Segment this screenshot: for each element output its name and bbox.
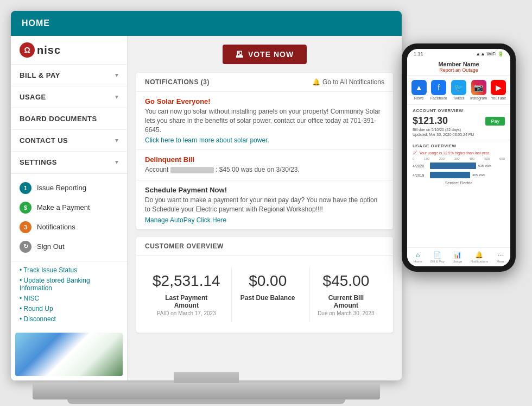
sidebar-image	[15, 333, 123, 376]
notifications-card: NOTIFICATIONS (3) 🔔 Go to All Notificati…	[136, 73, 393, 229]
step-issue-reporting[interactable]: 1 Issue Reporting	[11, 178, 127, 198]
notif-prefix-delinquent: Account	[145, 166, 168, 173]
stat-current-bill: $45.00 Current Bill Amount Due on March …	[309, 267, 382, 322]
phone-member-name: Member Name	[409, 61, 508, 67]
last-payment-amount: $2,531.14	[153, 272, 220, 290]
phone-time: 1:11	[414, 51, 423, 57]
phone-icon-instagram[interactable]: 📷 Instagram	[470, 80, 487, 100]
desktop-stand	[33, 383, 380, 399]
sidebar-steps: 1 Issue Reporting $ Make a Payment 3 Not…	[11, 174, 127, 261]
phone-service-label: Service: Electric	[413, 181, 505, 185]
chart-x-labels: 0 100 200 300 400 500 600	[413, 157, 505, 160]
phone-nav-usage[interactable]: 📊 Usage	[453, 251, 462, 263]
step-label-notifications: Notifications	[37, 223, 75, 231]
nav-item-bill-pay[interactable]: BILL & PAY ▾	[11, 65, 127, 86]
vote-btn-row: 🗳 VOTE NOW	[136, 45, 393, 64]
phone-updated-info: Updated: Mar 30, 2020 03:05:24 PM	[413, 133, 505, 136]
chart-bar-2019: 4/2019 465 kWh	[413, 172, 505, 178]
news-label: News	[414, 96, 424, 100]
nisc-logo: Ω nisc	[20, 42, 61, 58]
step-label-sign-out: Sign Out	[37, 242, 65, 251]
phone-nav-home[interactable]: ⌂ Home	[414, 251, 422, 263]
notif-body-solar: You can now go solar without installing …	[145, 107, 384, 134]
phone-report-outage-link[interactable]: Report an Outage	[409, 67, 508, 73]
notif-title-delinquent: Delinquent Bill	[145, 155, 384, 164]
bell-icon: 🔔	[312, 78, 320, 86]
nisc-logo-icon: Ω	[20, 42, 35, 58]
link-disconnect[interactable]: Disconnect	[20, 315, 118, 323]
vote-label: VOTE NOW	[248, 50, 294, 59]
nav-item-board-docs[interactable]: BOARD DOCUMENTS	[11, 108, 127, 130]
phone-account-amount-row: $121.30 Pay	[413, 115, 505, 127]
phone-icon-youtube[interactable]: ▶ YouTube	[491, 80, 506, 100]
current-bill-label: Current Bill Amount	[315, 294, 377, 309]
phone-nav-bill-label: Bill & Pay	[430, 260, 445, 263]
page-title: HOME	[22, 18, 50, 28]
phone-account-amount-value: $121.30	[413, 115, 448, 127]
phone-nav-bill-pay[interactable]: 📄 Bill & Pay	[430, 251, 445, 263]
phone-account-overview: ACCOUNT OVERVIEW $121.30 Pay Bill due on…	[407, 105, 510, 140]
phone-icon-facebook[interactable]: f Facebook	[430, 80, 447, 100]
phone-nav-more[interactable]: ··· More	[497, 251, 504, 263]
nav-item-settings[interactable]: SETTINGS ▾	[11, 152, 127, 173]
phone-nav-home-icon: ⌂	[416, 251, 420, 259]
link-nisc[interactable]: NISC	[20, 295, 118, 302]
go-to-all-notifications-link[interactable]: 🔔 Go to All Notifications	[312, 78, 384, 86]
main-layout: Ω nisc BILL & PAY ▾ USAGE ▾ BOARD DOCUME…	[11, 36, 402, 380]
chart-label-100: 100	[424, 157, 429, 160]
phone-nav-bill-icon: 📄	[433, 251, 441, 259]
current-bill-sublabel: Due on March 30, 2023	[315, 310, 377, 316]
phone-header: Member Name Report an Outage	[407, 59, 510, 76]
nav-item-usage[interactable]: USAGE ▾	[11, 86, 127, 108]
usage-warning: 📈 Your usage is 12.9% higher than last y…	[413, 151, 505, 155]
notif-link-schedule[interactable]: Manage AutoPay Click Here	[145, 216, 384, 224]
step-icon-3: 3	[20, 221, 31, 233]
nav-item-contact-us[interactable]: CONTACT US ▾	[11, 130, 127, 152]
overview-grid: $2,531.14 Last Payment Amount PAID on Ma…	[136, 256, 393, 333]
notification-item-delinquent: Delinquent Bill Account : $45.00 was due…	[136, 150, 393, 180]
vote-now-button[interactable]: 🗳 VOTE NOW	[223, 45, 307, 64]
instagram-icon: 📷	[471, 80, 486, 95]
chart-bar-value-2020	[430, 163, 476, 169]
phone-nav-notifications[interactable]: 🔔 Notifications	[471, 251, 489, 263]
link-banking-info[interactable]: Update stored Banking Information	[20, 277, 118, 292]
facebook-label: Facebook	[430, 96, 447, 100]
phone-pay-button[interactable]: Pay	[485, 117, 505, 126]
stat-last-payment: $2,531.14 Last Payment Amount PAID on Ma…	[147, 267, 226, 322]
notif-body-schedule: Do you want to make a payment for your n…	[145, 196, 384, 214]
notifications-header: NOTIFICATIONS (3) 🔔 Go to All Notificati…	[136, 73, 393, 92]
nav-label-settings: SETTINGS	[20, 158, 57, 166]
customer-overview-card: CUSTOMER OVERVIEW $2,531.14 Last Payment…	[136, 237, 393, 333]
stat-past-due: $0.00 Past Due Balance	[231, 267, 304, 322]
step-sign-out[interactable]: ↻ Sign Out	[11, 237, 127, 257]
sidebar: Ω nisc BILL & PAY ▾ USAGE ▾ BOARD DOCUME…	[11, 36, 128, 380]
link-round-up[interactable]: Round Up	[20, 305, 118, 313]
link-track-issue[interactable]: Track Issue Status	[20, 266, 118, 274]
phone-icon-news[interactable]: ▲ News	[411, 80, 427, 100]
step-make-payment[interactable]: $ Make a Payment	[11, 198, 127, 217]
phone-nav-more-label: More	[497, 260, 504, 263]
warning-icon: 📈	[413, 151, 417, 155]
phone-icon-twitter[interactable]: 🐦 Twitter	[451, 80, 466, 100]
nav-label-usage: USAGE	[20, 93, 46, 101]
phone-account-title: ACCOUNT OVERVIEW	[413, 108, 505, 113]
step-icon-2: $	[20, 202, 31, 214]
notif-title-schedule: Schedule Payment Now!	[145, 186, 384, 194]
phone-nav-usage-label: Usage	[453, 260, 462, 263]
sidebar-links: Track Issue Status Update stored Banking…	[11, 261, 127, 328]
phone-nav-more-icon: ···	[497, 251, 503, 259]
facebook-icon: f	[431, 80, 446, 95]
step-notifications[interactable]: 3 Notifications	[11, 217, 127, 237]
notif-link-solar[interactable]: Click here to learn more about solar pow…	[145, 136, 384, 144]
notif-suffix-delinquent: : $45.00 was due on 3/30/23.	[216, 166, 300, 173]
chart-bar-label-2019: 465 kWh	[472, 173, 485, 177]
last-payment-label: Last Payment Amount	[153, 294, 220, 309]
chart-label-600: 600	[499, 157, 505, 160]
nisc-logo-text: nisc	[37, 44, 61, 57]
chart-label-0: 0	[413, 157, 414, 160]
notification-item-schedule: Schedule Payment Now! Do you want to mak…	[136, 180, 393, 229]
usage-warning-text: Your usage is 12.9% higher than last yea…	[419, 151, 490, 155]
chart-bar-2020: 4/2020 535 kWh	[413, 163, 505, 169]
phone-signal-icons: ▲▲ WiFi 🔋	[476, 51, 504, 57]
notif-body-delinquent: Account : $45.00 was due on 3/30/23.	[145, 165, 384, 174]
